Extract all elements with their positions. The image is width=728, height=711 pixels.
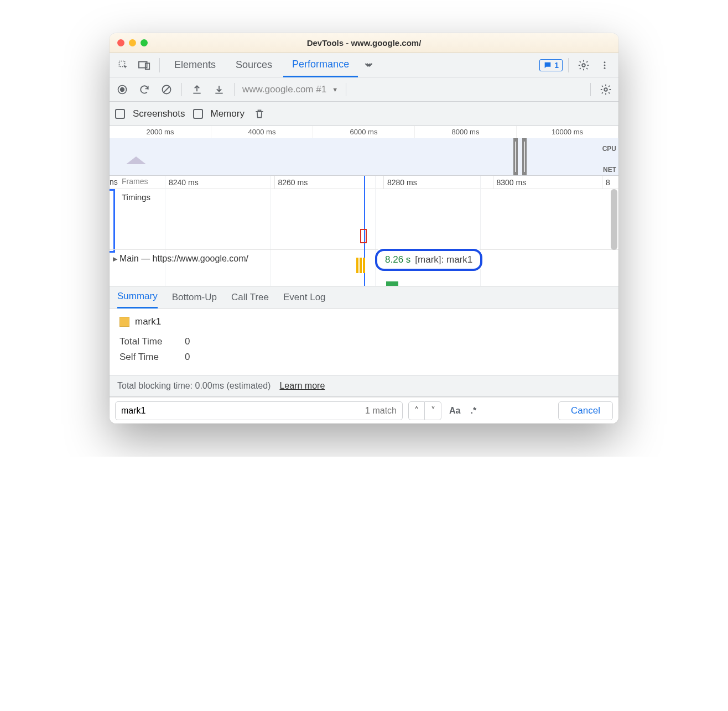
recording-select[interactable]: www.google.com #1 ▼ <box>242 84 338 95</box>
recording-name: www.google.com #1 <box>242 84 326 95</box>
tab-call-tree[interactable]: Call Tree <box>231 286 269 309</box>
tab-bottom-up[interactable]: Bottom-Up <box>172 286 217 309</box>
search-bar: 1 match ˄ ˅ Aa .* Cancel <box>110 397 618 424</box>
net-lane-label: NET <box>603 166 616 174</box>
kebab-menu-icon[interactable] <box>595 56 614 75</box>
overview-window-handle-left[interactable] <box>513 138 518 175</box>
device-toolbar-icon[interactable] <box>135 56 154 75</box>
overview-tick: 2000 ms <box>110 126 211 138</box>
title-bar: DevTools - www.google.com/ <box>110 33 618 53</box>
flame-tick: 8280 ms <box>383 176 493 189</box>
main-thread-label: Main — https://www.google.com/ <box>119 254 248 264</box>
capture-options: Screenshots Memory <box>110 102 618 126</box>
devtools-tabbar: Elements Sources Performance 1 <box>110 53 618 77</box>
performance-toolbar: www.google.com #1 ▼ <box>110 77 618 102</box>
badge-count: 1 <box>554 61 559 70</box>
category-swatch <box>119 317 129 327</box>
cpu-lane-label: CPU <box>602 145 616 153</box>
search-field[interactable]: 1 match <box>115 401 403 420</box>
overview-tick: 10000 ms <box>517 126 618 138</box>
timeline-overview[interactable]: 2000 ms 4000 ms 6000 ms 8000 ms 10000 ms… <box>110 126 618 176</box>
download-profile-icon[interactable] <box>212 82 226 97</box>
tab-elements[interactable]: Elements <box>165 53 225 77</box>
self-time-label: Self Time <box>119 352 175 363</box>
clear-button[interactable] <box>159 82 174 97</box>
flame-tick: 8 <box>602 176 618 189</box>
upload-profile-icon[interactable] <box>190 82 204 97</box>
overview-ruler: 2000 ms 4000 ms 6000 ms 8000 ms 10000 ms <box>110 126 618 138</box>
timings-label: Timings <box>122 192 150 202</box>
flame-scrollbar[interactable] <box>611 189 617 250</box>
memory-label: Memory <box>211 108 245 119</box>
svg-point-6 <box>604 67 606 69</box>
task-block <box>386 281 398 286</box>
flame-tick: 8300 ms <box>493 176 602 189</box>
total-time-label: Total Time <box>119 336 175 347</box>
screenshots-label: Screenshots <box>133 108 185 119</box>
dropdown-caret-icon: ▼ <box>332 86 338 93</box>
overview-tick: 6000 ms <box>313 126 415 138</box>
tbt-text: Total blocking time: 0.00ms (estimated) <box>117 381 271 391</box>
svg-point-3 <box>582 64 585 67</box>
tab-sources[interactable]: Sources <box>227 53 281 77</box>
window-title: DevTools - www.google.com/ <box>110 38 618 48</box>
mark-label: [mark]: mark1 <box>415 254 472 265</box>
tab-event-log[interactable]: Event Log <box>283 286 326 309</box>
search-next-button[interactable]: ˅ <box>425 401 441 420</box>
search-prev-button[interactable]: ˄ <box>408 401 425 420</box>
svg-point-5 <box>604 64 606 66</box>
capture-settings-icon[interactable] <box>599 82 613 97</box>
reload-record-button[interactable] <box>137 82 152 97</box>
console-issues-badge[interactable]: 1 <box>539 59 563 71</box>
screenshots-checkbox[interactable] <box>115 109 125 119</box>
settings-icon[interactable] <box>574 56 593 75</box>
main-thread-row[interactable]: ▶ Main — https://www.google.com/ <box>110 250 618 268</box>
self-time-value: 0 <box>185 352 190 363</box>
total-time-value: 0 <box>185 336 190 347</box>
mark-highlight[interactable]: 8.26 s [mark]: mark1 <box>375 249 482 271</box>
flame-chart[interactable]: Frames ns 8240 ms 8260 ms 8280 ms 8300 m… <box>110 176 618 286</box>
inspect-element-icon[interactable] <box>114 56 133 75</box>
learn-more-link[interactable]: Learn more <box>279 381 325 391</box>
expand-triangle-icon[interactable]: ▶ <box>113 255 117 263</box>
tab-performance[interactable]: Performance <box>283 53 358 77</box>
overview-tick: 8000 ms <box>415 126 517 138</box>
cancel-button[interactable]: Cancel <box>558 401 613 420</box>
tbt-footer: Total blocking time: 0.00ms (estimated) … <box>110 375 618 397</box>
record-button[interactable] <box>115 82 129 97</box>
tab-summary[interactable]: Summary <box>117 286 158 309</box>
svg-point-4 <box>604 61 606 63</box>
match-count: 1 match <box>365 406 397 416</box>
more-tabs-icon[interactable] <box>360 56 379 75</box>
details-tabbar: Summary Bottom-Up Call Tree Event Log <box>110 286 618 309</box>
match-case-toggle[interactable]: Aa <box>447 406 462 416</box>
event-name: mark1 <box>135 316 161 327</box>
long-task-marker <box>360 229 367 243</box>
svg-point-10 <box>604 88 607 91</box>
flame-tick: 8240 ms <box>165 176 274 189</box>
garbage-collect-icon[interactable] <box>252 107 267 121</box>
devtools-window: DevTools - www.google.com/ Elements Sour… <box>110 33 618 424</box>
search-input[interactable] <box>121 406 365 416</box>
flame-tick: 8260 ms <box>274 176 384 189</box>
overview-tick: 4000 ms <box>211 126 313 138</box>
svg-point-8 <box>121 87 124 91</box>
regex-toggle[interactable]: .* <box>468 406 479 416</box>
cpu-activity-spike <box>126 156 146 164</box>
overview-window-handle-right[interactable] <box>522 138 527 175</box>
svg-rect-0 <box>119 61 125 66</box>
mark-time: 8.26 s <box>385 254 410 265</box>
memory-checkbox[interactable] <box>193 109 203 119</box>
summary-pane: mark1 Total Time 0 Self Time 0 <box>110 309 618 375</box>
